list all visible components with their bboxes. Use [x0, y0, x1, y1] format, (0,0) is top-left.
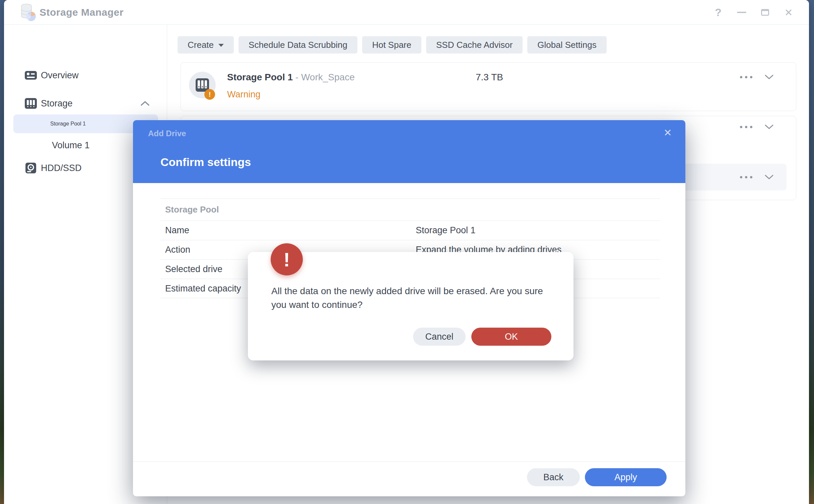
schedule-data-scrubbing-button[interactable]: Schedule Data Scrubbing — [239, 36, 357, 54]
caret-down-icon — [218, 44, 224, 47]
toolbar: Create Schedule Data Scrubbing Hot Spare… — [178, 36, 607, 54]
warning-exclamation-icon: ! — [271, 243, 303, 275]
warning-badge-icon: ! — [204, 89, 215, 100]
desktop-wallpaper: Storage Manager ? ✕ Overview — [0, 0, 814, 504]
dialog-header: Add Drive ✕ Confirm settings — [133, 120, 685, 183]
overview-icon — [23, 70, 38, 80]
hot-spare-button[interactable]: Hot Spare — [362, 36, 421, 54]
close-dialog-icon[interactable]: ✕ — [664, 127, 672, 139]
hdd-icon — [23, 162, 38, 174]
ssd-cache-advisor-button[interactable]: SSD Cache Advisor — [426, 36, 523, 54]
pool-subtitle: - Work_Space — [293, 72, 355, 82]
minimize-icon[interactable] — [737, 6, 747, 18]
table-section-row: Storage Pool — [160, 198, 660, 221]
sidebar-item-label: Storage Pool 1 — [50, 121, 86, 127]
cancel-button[interactable]: Cancel — [413, 328, 466, 346]
window-controls: ? ✕ — [713, 0, 794, 25]
dialog-title: Add Drive — [148, 129, 186, 138]
help-icon[interactable]: ? — [713, 6, 723, 18]
ok-button[interactable]: OK — [471, 328, 551, 346]
pool-status-warning: Warning — [227, 89, 261, 100]
dialog-heading: Confirm settings — [160, 156, 251, 169]
storage-manager-app-icon — [18, 3, 38, 22]
more-actions-icon[interactable] — [737, 72, 755, 82]
storage-icon — [23, 98, 38, 109]
chevron-down-icon[interactable] — [763, 122, 775, 132]
global-settings-button[interactable]: Global Settings — [527, 36, 606, 54]
titlebar: Storage Manager ? ✕ — [4, 0, 809, 25]
row-label: Selected drive — [165, 264, 222, 274]
sidebar-item-storage[interactable]: Storage — [4, 94, 167, 113]
more-actions-icon[interactable] — [737, 122, 755, 132]
more-actions-icon[interactable] — [737, 172, 755, 182]
chevron-down-icon[interactable] — [763, 172, 775, 182]
dialog-footer: Back Apply — [133, 461, 685, 496]
pool-capacity: 7.3 TB — [476, 72, 503, 83]
create-button[interactable]: Create — [178, 36, 234, 54]
create-button-label: Create — [188, 40, 214, 50]
sidebar-item-label: Volume 1 — [52, 140, 90, 151]
row-value: Storage Pool 1 — [416, 225, 476, 236]
pool-title: Storage Pool 1 — [227, 72, 293, 82]
chevron-down-icon[interactable] — [763, 72, 775, 82]
sidebar-item-overview[interactable]: Overview — [4, 66, 167, 85]
maximize-icon[interactable] — [760, 6, 770, 18]
sidebar-item-label: HDD/SSD — [41, 163, 82, 173]
row-label: Estimated capacity — [165, 283, 241, 294]
erase-confirmation-alert: ! All the data on the newly added drive … — [248, 252, 573, 360]
alert-message: All the data on the newly added drive wi… — [271, 284, 560, 312]
back-button[interactable]: Back — [527, 468, 580, 486]
row-label: Action — [165, 245, 190, 255]
storage-manager-window: Storage Manager ? ✕ Overview — [4, 0, 809, 504]
chevron-up-icon[interactable] — [141, 101, 149, 106]
app-title: Storage Manager — [40, 0, 124, 25]
pool-title-line: Storage Pool 1 - Work_Space — [227, 72, 355, 83]
apply-button[interactable]: Apply — [585, 468, 667, 486]
sidebar-item-label: Storage — [41, 98, 73, 109]
row-label: Name — [165, 225, 189, 236]
storage-pool-row[interactable]: ! Storage Pool 1 - Work_Space 7.3 TB War… — [181, 62, 796, 111]
sidebar-item-label: Overview — [41, 70, 79, 81]
close-window-icon[interactable]: ✕ — [784, 6, 794, 18]
table-row: Name Storage Pool 1 — [160, 221, 660, 240]
table-section-header: Storage Pool — [165, 204, 219, 215]
